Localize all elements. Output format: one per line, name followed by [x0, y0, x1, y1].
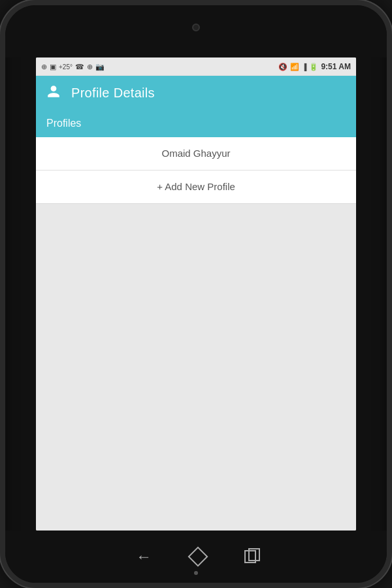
main-content: Profiles Omaid Ghayyur + Add New Profile: [36, 110, 356, 531]
temp-icon: +25°: [59, 63, 73, 71]
app-bar: Profile Details: [36, 76, 356, 110]
add-new-profile-item[interactable]: + Add New Profile: [36, 171, 356, 203]
app-bar-title: Profile Details: [71, 86, 155, 101]
profile-item-omaid[interactable]: Omaid Ghayyur: [36, 137, 356, 171]
screen: ⊕ ▣ +25° ☎ ⊕ 📷 🔇 📶 ▐ 🔋 9:51 AM: [36, 57, 356, 531]
status-time: 9:51 AM: [321, 62, 351, 71]
bottom-indicator: [194, 571, 198, 575]
profile-item-name: Omaid Ghayyur: [161, 148, 230, 159]
camera: [192, 24, 200, 31]
home-button[interactable]: [191, 549, 205, 564]
status-bar-left: ⊕ ▣ +25° ☎ ⊕ 📷: [41, 63, 105, 71]
device-frame: ⊕ ▣ +25° ☎ ⊕ 📷 🔇 📶 ▐ 🔋 9:51 AM: [0, 0, 392, 588]
status-bar-right: 🔇 📶 ▐ 🔋 9:51 AM: [278, 62, 351, 71]
sync-icon: ⊕: [87, 63, 93, 71]
profiles-header-text: Profiles: [46, 118, 81, 129]
device-top: [5, 5, 387, 57]
image-icon: ▣: [50, 63, 56, 71]
status-bar: ⊕ ▣ +25° ☎ ⊕ 📷 🔇 📶 ▐ 🔋 9:51 AM: [36, 57, 356, 76]
mute-icon: 🔇: [278, 63, 287, 71]
add-profile-text: + Add New Profile: [157, 181, 235, 192]
profiles-card: Profiles Omaid Ghayyur + Add New Profile: [36, 110, 356, 204]
signal-icon: ▐: [302, 63, 306, 71]
phone-icon: ☎: [75, 63, 84, 71]
camera-icon: 📷: [95, 63, 105, 71]
battery-icon: 🔋: [309, 63, 318, 71]
device-bottom-nav: ←: [5, 531, 387, 583]
usb-icon: ⊕: [41, 63, 47, 71]
profiles-section-header: Profiles: [36, 110, 356, 137]
back-button[interactable]: ←: [136, 547, 152, 566]
wifi-icon: 📶: [290, 63, 299, 71]
profile-icon: [46, 84, 61, 102]
recent-apps-button[interactable]: [244, 550, 256, 563]
